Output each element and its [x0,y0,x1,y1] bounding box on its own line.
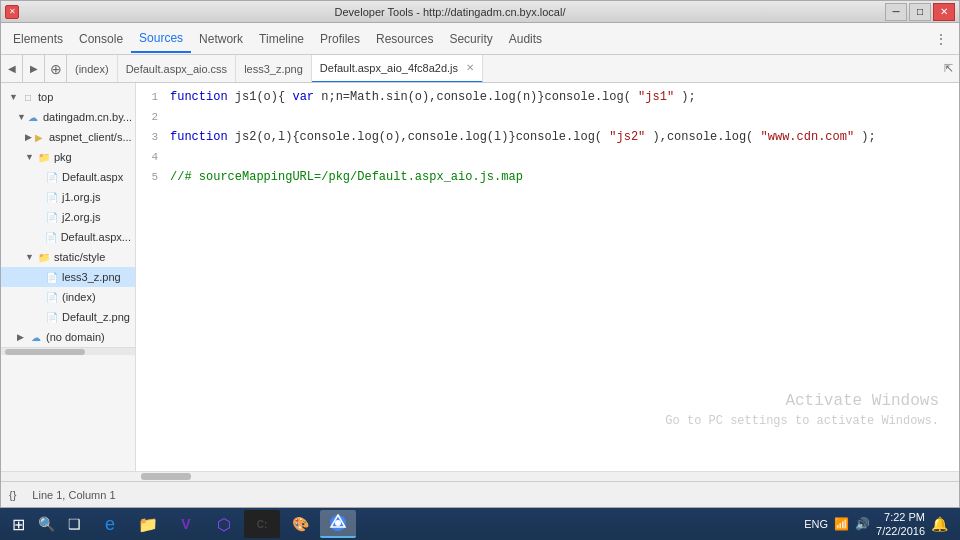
filetab-less3-png[interactable]: less3_z.png [236,55,312,83]
tab-console[interactable]: Console [71,26,131,52]
tab-security[interactable]: Security [441,26,500,52]
close-button[interactable]: ✕ [933,3,955,21]
tree-item-default-aspx[interactable]: 📄 Default.aspx [1,167,135,187]
tree-arrow-top: ▼ [9,92,21,102]
filetab-default-js[interactable]: Default.aspx_aio_4fc8a2d.js ✕ [312,55,483,83]
tree-item-default-aspx2[interactable]: 📄 Default.aspx... [1,227,135,247]
devtools-window: ✕ Developer Tools - http://datingadm.cn.… [0,0,960,508]
tree-label-index: (index) [62,291,96,303]
tab-audits[interactable]: Audits [501,26,550,52]
filetab-nav-left[interactable]: ◀ [1,55,23,83]
editor-hscrollbar[interactable] [1,471,959,481]
tab-elements[interactable]: Elements [5,26,71,52]
code-line-5-content: //# sourceMappingURL=/pkg/Default.aspx_a… [166,167,523,187]
sidebar-scrollbar-thumb[interactable] [5,349,85,355]
code-editor[interactable]: 1 function js1(o){ var n;n=Math.sin(o),c… [136,83,959,471]
volume-icon: 🔊 [855,517,870,531]
filetab-close-icon[interactable]: ✕ [466,62,474,73]
tree-label-static-style: static/style [54,251,105,263]
folder-icon-static: 📁 [37,250,51,264]
taskbar: ⊞ 🔍 ❑ e 📁 V ⬡ C: 🎨 ENG 📶 🔊 7:22 PM 7/22/… [0,508,960,540]
taskbar-clock: 7:22 PM 7/22/2016 [876,510,925,539]
tab-profiles[interactable]: Profiles [312,26,368,52]
app-icon-symbol: ✕ [9,7,16,16]
tree-label-pkg: pkg [54,151,72,163]
tab-resources[interactable]: Resources [368,26,441,52]
watermark-line1: Activate Windows [665,391,939,411]
tree-item-j1org[interactable]: 📄 j1.org.js [1,187,135,207]
taskbar-icons: e 📁 V ⬡ C: 🎨 [92,510,804,538]
line-number-2: 2 [136,107,166,127]
code-text-3a: js2(o,l){console.log(o),console.log(l)}c… [235,130,602,144]
tree-item-pkg[interactable]: ▼ 📁 pkg [1,147,135,167]
cloud-icon-datingadm: ☁ [26,110,40,124]
filetab-new[interactable]: ⊕ [45,55,67,83]
sidebar-scrollbar[interactable] [1,347,135,355]
taskbar-icon-chrome[interactable] [320,510,356,538]
search-button[interactable]: 🔍 [32,510,60,538]
tree-item-top[interactable]: ▼ □ top [1,87,135,107]
tree-item-index[interactable]: 📄 (index) [1,287,135,307]
line-number-4: 4 [136,147,166,167]
taskbar-time: 7:22 PM [876,510,925,524]
activate-windows-watermark: Activate Windows Go to PC settings to ac… [665,391,939,431]
folder-icon-aspnet: ▶ [32,130,46,144]
tree-label-default-aspx: Default.aspx [62,171,123,183]
tab-timeline[interactable]: Timeline [251,26,312,52]
tree-arrow-aspnet: ▶ [25,132,32,142]
tree-item-datingadm[interactable]: ▼ ☁ datingadm.cn.by... [1,107,135,127]
tree-label-default-aspx2: Default.aspx... [61,231,131,243]
start-button[interactable]: ⊞ [4,510,32,538]
tree-arrow-datingadm: ▼ [17,112,26,122]
editor-hscrollbar-thumb[interactable] [141,473,191,480]
tree-item-default-z-png[interactable]: 📄 Default_z.png [1,307,135,327]
main-area: ▼ □ top ▼ ☁ datingadm.cn.by... ▶ ▶ aspne… [1,83,959,471]
tree-label-top: top [38,91,53,103]
file-icon-default-aspx2: 📄 [44,230,58,244]
tree-item-static-style[interactable]: ▼ 📁 static/style [1,247,135,267]
line-number-5: 5 [136,167,166,187]
nav-more-button[interactable]: ⋮ [927,28,955,50]
svg-point-1 [335,520,341,526]
file-icon-default-z-png: 📄 [45,310,59,324]
code-line-1: 1 function js1(o){ var n;n=Math.sin(o),c… [136,87,959,107]
filetab-expand[interactable]: ⇱ [938,62,959,75]
file-icon-index: 📄 [45,290,59,304]
tab-network[interactable]: Network [191,26,251,52]
file-tabs-bar: ◀ ▶ ⊕ (index) Default.aspx_aio.css less3… [1,55,959,83]
maximize-button[interactable]: □ [909,3,931,21]
taskbar-icon-devenv[interactable]: ⬡ [206,510,242,538]
folder-icon-pkg: 📁 [37,150,51,164]
taskbar-icon-paint[interactable]: 🎨 [282,510,318,538]
tree-label-no-domain: (no domain) [46,331,105,343]
line-number-1: 1 [136,87,166,107]
taskbar-right: ENG 📶 🔊 7:22 PM 7/22/2016 🔔 [804,510,956,539]
taskbar-icon-ie[interactable]: e [92,510,128,538]
file-icon-default-aspx: 📄 [45,170,59,184]
status-bar: {} Line 1, Column 1 [1,481,959,507]
taskbar-icon-vs[interactable]: V [168,510,204,538]
tree-item-less3-png[interactable]: 📄 less3_z.png [1,267,135,287]
filetab-nav-right[interactable]: ▶ [23,55,45,83]
code-text-3c: ); [861,130,875,144]
tab-sources[interactable]: Sources [131,25,191,53]
code-line-1-content: function js1(o){ var n;n=Math.sin(o),con… [166,87,696,107]
folder-icon-top: □ [21,90,35,104]
taskbar-icon-explorer[interactable]: 📁 [130,510,166,538]
watermark-line2: Go to PC settings to activate Windows. [665,411,939,431]
tree-item-aspnet[interactable]: ▶ ▶ aspnet_client/s... [1,127,135,147]
code-line-2: 2 [136,107,959,127]
minimize-button[interactable]: ─ [885,3,907,21]
task-view-button[interactable]: ❑ [60,510,88,538]
code-line-3-content: function js2(o,l){console.log(o),console… [166,127,876,147]
string-js1: "js1" [638,90,674,104]
file-icon-j2org: 📄 [45,210,59,224]
title-left: ✕ [5,5,19,19]
notifications-icon[interactable]: 🔔 [931,516,948,532]
filetab-index[interactable]: (index) [67,55,118,83]
tree-item-j2org[interactable]: 📄 j2.org.js [1,207,135,227]
filetab-default-css[interactable]: Default.aspx_aio.css [118,55,237,83]
string-cdn: "www.cdn.com" [761,130,855,144]
taskbar-icon-cmd[interactable]: C: [244,510,280,538]
tree-item-no-domain[interactable]: ▶ ☁ (no domain) [1,327,135,347]
